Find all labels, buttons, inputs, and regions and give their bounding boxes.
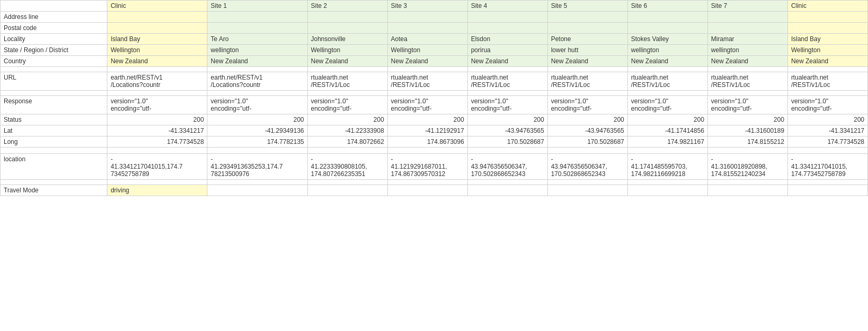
cell-travel-mode-site6 — [627, 185, 707, 196]
table-row: Locality Island Bay Te Aro Johnsonville … — [1, 34, 868, 45]
cell-locality-clinic2: Island Bay — [787, 34, 867, 45]
table-row: Postal code — [1, 23, 868, 34]
cell-travel-mode-site7 — [707, 185, 787, 196]
cell-state-clinic2: Wellington — [787, 45, 867, 56]
row-label-lat: Lat — [1, 125, 107, 137]
cell-url-clinic2: rtualearth.net /REST/v1/Loc — [787, 72, 867, 91]
cell-address-clinic1 — [107, 12, 207, 23]
cell-country-site4: New Zealand — [467, 56, 547, 67]
table-row: Lat -41.3341217 -41.29349136 -41.2233390… — [1, 125, 868, 137]
cell-lat-clinic2: -41.3341217 — [787, 125, 867, 137]
table-row: Country New Zealand New Zealand New Zeal… — [1, 56, 868, 67]
col-header-clinic1: Clinic — [107, 1, 207, 12]
cell-url-site2: rtualearth.net /REST/v1/Loc — [307, 72, 387, 91]
cell-state-site4: porirua — [467, 45, 547, 56]
cell-long-site5: 170.5028687 — [547, 137, 627, 148]
cell-response-site2: version="1.0" encoding="utf- — [307, 96, 387, 114]
cell-state-clinic1: Wellington — [107, 45, 207, 56]
cell-address-site6 — [627, 12, 707, 23]
row-label-status: Status — [1, 114, 107, 125]
col-header-site6: Site 6 — [627, 1, 707, 12]
cell-postal-site3 — [387, 23, 467, 34]
cell-postal-site4 — [467, 23, 547, 34]
cell-lat-site1: -41.29349136 — [207, 125, 307, 137]
cell-response-site3: version="1.0" encoding="utf- — [387, 96, 467, 114]
cell-address-site3 — [387, 12, 467, 23]
cell-country-site6: New Zealand — [627, 56, 707, 67]
cell-state-site2: Wellington — [307, 45, 387, 56]
cell-travel-mode-clinic2 — [787, 185, 867, 196]
cell-locality-site1: Te Aro — [207, 34, 307, 45]
cell-locality-site7: Miramar — [707, 34, 787, 45]
cell-country-site5: New Zealand — [547, 56, 627, 67]
cell-response-site6: version="1.0" encoding="utf- — [627, 96, 707, 114]
cell-lat-site7: -41.31600189 — [707, 125, 787, 137]
cell-long-clinic1: 174.7734528 — [107, 137, 207, 148]
table-row: location - 41.3341217041015,174.7 734527… — [1, 154, 868, 180]
cell-response-clinic1: version="1.0" encoding="utf- — [107, 96, 207, 114]
cell-lat-site3: -41.12192917 — [387, 125, 467, 137]
cell-long-clinic2: 174.7734528 — [787, 137, 867, 148]
cell-address-site4 — [467, 12, 547, 23]
cell-state-site1: wellington — [207, 45, 307, 56]
cell-lat-site4: -43.94763565 — [467, 125, 547, 137]
cell-state-site3: Wellington — [387, 45, 467, 56]
col-header-site5: Site 5 — [547, 1, 627, 12]
cell-url-site7: rtualearth.net /REST/v1/Loc — [707, 72, 787, 91]
spacer-row — [1, 91, 868, 96]
cell-country-site7: New Zealand — [707, 56, 787, 67]
table-row: Status 200 200 200 200 200 200 200 200 2… — [1, 114, 868, 125]
cell-status-clinic1: 200 — [107, 114, 207, 125]
cell-location-site2: - 41.2233390808105, 174.807266235351 — [307, 154, 387, 180]
row-label-state: State / Region / District — [1, 45, 107, 56]
cell-url-site6: rtualearth.net /REST/v1/Loc — [627, 72, 707, 91]
cell-long-site1: 174.7782135 — [207, 137, 307, 148]
cell-location-site6: - 41.1741485595703, 174.982116699218 — [627, 154, 707, 180]
spacer-row — [1, 67, 868, 72]
main-table: Clinic Site 1 Site 2 Site 3 Site 4 Site … — [0, 0, 868, 196]
cell-location-site1: - 41.2934913635253,174.7 78213500976 — [207, 154, 307, 180]
cell-status-site3: 200 — [387, 114, 467, 125]
cell-response-site4: version="1.0" encoding="utf- — [467, 96, 547, 114]
row-label-response: Response — [1, 96, 107, 114]
cell-locality-site4: Elsdon — [467, 34, 547, 45]
cell-status-site6: 200 — [627, 114, 707, 125]
cell-address-site2 — [307, 12, 387, 23]
cell-long-site2: 174.8072662 — [307, 137, 387, 148]
cell-state-site6: wellington — [627, 45, 707, 56]
cell-location-site4: - 43.9476356506347, 170.502868652343 — [467, 154, 547, 180]
cell-long-site3: 174.8673096 — [387, 137, 467, 148]
cell-postal-site6 — [627, 23, 707, 34]
cell-url-site5: rtualearth.net /REST/v1/Loc — [547, 72, 627, 91]
row-label-long: Long — [1, 137, 107, 148]
cell-long-site6: 174.9821167 — [627, 137, 707, 148]
cell-long-site7: 174.8155212 — [707, 137, 787, 148]
row-label-postal: Postal code — [1, 23, 107, 34]
cell-status-clinic2: 200 — [787, 114, 867, 125]
row-label-address: Address line — [1, 12, 107, 23]
cell-response-clinic2: version="1.0" encoding="utf- — [787, 96, 867, 114]
cell-locality-site5: Petone — [547, 34, 627, 45]
cell-location-clinic1: - 41.3341217041015,174.7 73452758789 — [107, 154, 207, 180]
table-row: State / Region / District Wellington wel… — [1, 45, 868, 56]
cell-long-site4: 170.5028687 — [467, 137, 547, 148]
col-header-site3: Site 3 — [387, 1, 467, 12]
cell-url-site1: earth.net/REST/v1 /Locations?countr — [207, 72, 307, 91]
table-row: Travel Mode driving — [1, 185, 868, 196]
cell-postal-site7 — [707, 23, 787, 34]
col-header-site2: Site 2 — [307, 1, 387, 12]
cell-status-site5: 200 — [547, 114, 627, 125]
cell-locality-site2: Johnsonville — [307, 34, 387, 45]
row-label-locality: Locality — [1, 34, 107, 45]
row-label-location: location — [1, 154, 107, 180]
cell-country-site2: New Zealand — [307, 56, 387, 67]
row-label-country: Country — [1, 56, 107, 67]
cell-status-site2: 200 — [307, 114, 387, 125]
table-row: Address line — [1, 12, 868, 23]
cell-lat-site6: -41.17414856 — [627, 125, 707, 137]
cell-country-site3: New Zealand — [387, 56, 467, 67]
cell-country-site1: New Zealand — [207, 56, 307, 67]
cell-travel-mode: driving — [107, 185, 207, 196]
cell-travel-mode-site1 — [207, 185, 307, 196]
spacer-row — [1, 148, 868, 154]
